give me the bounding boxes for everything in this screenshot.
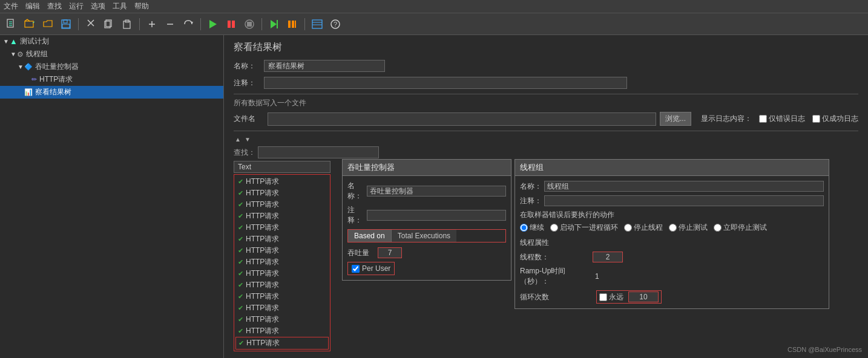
svg-rect-8	[62, 24, 70, 28]
t-name-input[interactable]	[367, 186, 507, 197]
http-item-12[interactable]: ✔HTTP请求	[235, 302, 329, 314]
forever-checkbox[interactable]	[599, 293, 607, 301]
open-button[interactable]	[40, 16, 56, 32]
paste-button[interactable]	[119, 16, 135, 32]
error-log-checkbox[interactable]	[759, 115, 767, 123]
rotate-button[interactable]	[180, 16, 196, 32]
file-row: 文件名 浏览... 显示日志内容： 仅错误日志 仅成功日志	[234, 112, 858, 126]
divider-2	[234, 131, 858, 131]
loop-count-input[interactable]	[628, 291, 659, 302]
error-log-label[interactable]: 仅错误日志	[759, 114, 805, 124]
tab-based-on[interactable]: Based on	[348, 230, 392, 242]
http-item-13[interactable]: ✔HTTP请求	[235, 314, 329, 325]
search-input[interactable]	[258, 146, 379, 158]
http-item-10[interactable]: ✔HTTP请求	[235, 279, 329, 291]
open-template-button[interactable]	[22, 16, 38, 32]
radio-stop-thread[interactable]	[624, 224, 632, 232]
svg-rect-20	[228, 21, 231, 28]
http-item-7[interactable]: ✔HTTP请求	[235, 245, 329, 256]
success-log-checkbox[interactable]	[812, 115, 820, 123]
t-comment-input[interactable]	[367, 210, 507, 221]
tree-item-results[interactable]: 📊 察看结果树	[0, 86, 223, 99]
http-list: ✔HTTP请求 ✔HTTP请求 ✔HTTP请求 ✔HTTP请求 ✔HTTP请求 …	[234, 174, 330, 351]
http-item-11[interactable]: ✔HTTP请求	[235, 291, 329, 302]
stop-button[interactable]	[223, 16, 239, 32]
comment-input[interactable]	[264, 77, 627, 89]
menu-edit[interactable]: 编辑	[25, 1, 40, 11]
check-icon-2: ✔	[238, 189, 243, 197]
remote-run-button[interactable]	[266, 16, 282, 32]
tree-item-http[interactable]: ✏ HTTP请求	[0, 73, 223, 86]
menu-find[interactable]: 查找	[47, 1, 62, 11]
throughput-form: 名称： 注释： Based on Total Executions	[343, 176, 511, 280]
th-name-row: 名称：	[520, 181, 824, 192]
th-name-input[interactable]	[544, 181, 824, 192]
action-stop-test[interactable]: 停止测试	[669, 223, 708, 233]
tab-total-executions[interactable]: Total Executions	[392, 230, 456, 242]
nav-up-button[interactable]: ▲	[234, 135, 242, 144]
remote-stop-button[interactable]	[284, 16, 300, 32]
check-icon-4: ✔	[238, 212, 243, 220]
check-icon-14: ✔	[238, 327, 243, 335]
expand-button[interactable]	[144, 16, 160, 32]
copy-button[interactable]	[101, 16, 117, 32]
right-panel: 察看结果树 名称： 注释： 所有数据写入一个文件 文件名 浏览... 显示日志内…	[224, 35, 868, 358]
radio-next-loop[interactable]	[550, 224, 558, 232]
action-stop-now[interactable]: 立即停止测试	[714, 223, 767, 233]
circle-stop-button[interactable]	[242, 16, 257, 32]
thread-count-input[interactable]	[593, 252, 623, 262]
radio-stop-test[interactable]	[669, 224, 677, 232]
http-item-3[interactable]: ✔HTTP请求	[235, 199, 329, 210]
menu-help[interactable]: 帮助	[134, 1, 149, 11]
http-item-5[interactable]: ✔HTTP请求	[235, 222, 329, 233]
radio-stop-now[interactable]	[714, 224, 722, 232]
action-title: 在取样器错误后要执行的动作	[520, 210, 824, 220]
th-comment-row: 注释：	[520, 195, 824, 206]
menu-file[interactable]: 文件	[4, 1, 18, 11]
tree-label-threadgroup: 线程组	[26, 49, 48, 59]
http-item-8[interactable]: ✔HTTP请求	[235, 256, 329, 268]
check-icon-9: ✔	[238, 270, 243, 278]
name-input[interactable]	[264, 60, 385, 72]
thread-panel-title: 线程组	[515, 160, 829, 176]
http-item-9[interactable]: ✔HTTP请求	[235, 268, 329, 279]
http-item-15[interactable]: ✔HTTP请求	[235, 337, 329, 350]
run-button[interactable]	[205, 16, 221, 32]
menu-run[interactable]: 运行	[69, 1, 84, 11]
forever-label[interactable]: 永远	[599, 292, 623, 302]
action-continue[interactable]: 继续	[520, 223, 544, 233]
menu-tools[interactable]: 工具	[113, 1, 127, 11]
save-button[interactable]	[58, 16, 74, 32]
nav-down-button[interactable]: ▼	[243, 135, 252, 144]
help-button[interactable]: ?	[327, 16, 343, 32]
menu-options[interactable]: 选项	[91, 1, 105, 11]
collapse-button[interactable]	[162, 16, 178, 32]
th-comment-input[interactable]	[544, 195, 824, 206]
rampup-label: Ramp-Up时间（秒）：	[520, 266, 593, 287]
browse-button[interactable]: 浏览...	[660, 112, 691, 126]
cut-button[interactable]	[83, 16, 99, 32]
http-item-2[interactable]: ✔HTTP请求	[235, 187, 329, 199]
list-button[interactable]	[309, 16, 325, 32]
svg-rect-21	[232, 21, 235, 28]
action-stop-thread[interactable]: 停止线程	[624, 223, 663, 233]
rampup-input[interactable]	[593, 272, 623, 281]
http-item-14[interactable]: ✔HTTP请求	[235, 325, 329, 337]
tree-item-threadgroup[interactable]: ▼ ⚙ 线程组	[0, 48, 223, 60]
check-icon-13: ✔	[238, 316, 243, 324]
http-item-4[interactable]: ✔HTTP请求	[235, 210, 329, 222]
thread-panel: 线程组 名称： 注释： 在取样器错误后要执行的动作	[515, 159, 829, 309]
action-section: 在取样器错误后要执行的动作 继续 启动下一进程循环	[520, 210, 824, 233]
new-button[interactable]	[4, 16, 19, 32]
http-item-1[interactable]: ✔HTTP请求	[235, 176, 329, 187]
success-log-label[interactable]: 仅成功日志	[812, 114, 858, 124]
throughput-value-input[interactable]	[378, 247, 402, 258]
http-item-6[interactable]: ✔HTTP请求	[235, 233, 329, 245]
per-user-checkbox[interactable]	[352, 265, 360, 273]
action-next-loop[interactable]: 启动下一进程循环	[550, 223, 618, 233]
radio-continue[interactable]	[520, 224, 528, 232]
per-user-label[interactable]: Per User	[347, 262, 395, 275]
tree-item-throughput[interactable]: ▼ 🔷 吞吐量控制器	[0, 60, 223, 73]
filename-input[interactable]	[268, 112, 656, 126]
tree-item-testplan[interactable]: ▼ ▲ 测试计划	[0, 35, 223, 48]
